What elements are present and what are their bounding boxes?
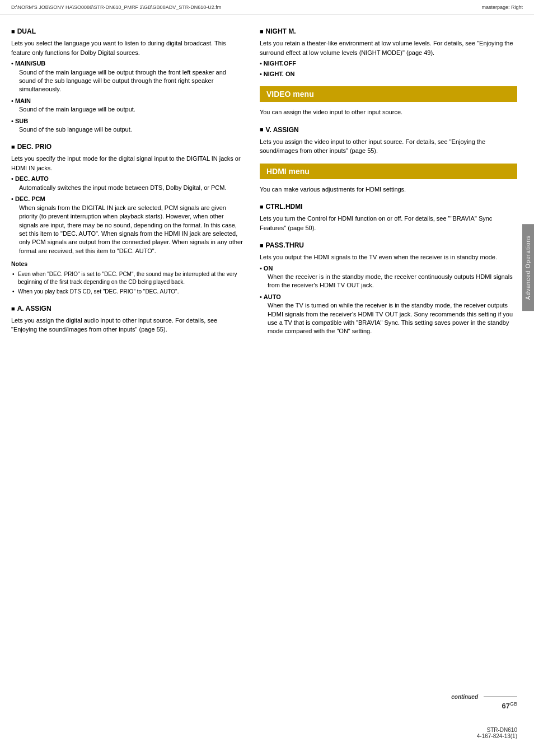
- dual-body: Lets you select the language you want to…: [11, 39, 243, 57]
- dec-pcm-desc: When signals from the DIGITAL IN jack ar…: [19, 204, 243, 255]
- sidebar-label: Advanced Operations: [525, 235, 531, 300]
- hdmi-menu-banner: HDMI menu: [260, 164, 517, 179]
- dec-auto-bullet: • DEC. AUTO Automatically switches the i…: [11, 174, 243, 192]
- pass-thru-title: PASS.THRU: [260, 240, 517, 250]
- dec-pcm-bullet: • DEC. PCM When signals from the DIGITAL…: [11, 194, 243, 255]
- page-number: 67GB: [451, 701, 517, 710]
- catalog-number: 4-167-824-13(1): [451, 733, 517, 739]
- left-column: DUAL Lets you select the language you wa…: [11, 26, 254, 344]
- hdmi-menu-intro: You can make various adjustments for HDM…: [260, 185, 517, 194]
- dec-auto-label: • DEC. AUTO: [11, 175, 49, 182]
- video-menu-banner: VIDEO menu: [260, 86, 517, 102]
- dual-section: DUAL Lets you select the language you wa…: [11, 26, 243, 134]
- header-right: masterpage: Right: [481, 4, 523, 10]
- header-left: D:\NORM'S JOB\SONY HA\SO0086\STR-DN610_P…: [11, 4, 221, 10]
- pass-thru-on-bullet: • ON When the receiver is in the standby…: [260, 264, 517, 290]
- pass-thru-auto-desc: When the TV is turned on while the recei…: [268, 301, 517, 336]
- v-assign-body: Lets you assign the video input to other…: [260, 137, 517, 156]
- dual-bullet-sub-desc: Sound of the sub language will be output…: [19, 125, 243, 134]
- right-column: NIGHT M. Lets you retain a theater-like …: [254, 26, 517, 344]
- night-m-section: NIGHT M. Lets you retain a theater-like …: [260, 26, 517, 78]
- v-assign-title: V. ASSIGN: [260, 125, 517, 135]
- product-code: STR-DN610: [451, 727, 517, 733]
- page-content: DUAL Lets you select the language you wa…: [0, 15, 534, 355]
- note-item-2: When you play back DTS CD, set "DEC. PRI…: [11, 288, 243, 296]
- dual-bullet-sub: • SUB Sound of the sub language will be …: [11, 116, 243, 134]
- dual-bullet-sub-label: • SUB: [11, 118, 28, 124]
- video-menu-intro: You can assign the video input to other …: [260, 108, 517, 117]
- notes-title: Notes: [11, 260, 243, 269]
- ctrl-hdmi-section: CTRL.HDMI Lets you turn the Control for …: [260, 202, 517, 232]
- dual-bullet-main-desc: Sound of the main language will be outpu…: [19, 105, 243, 114]
- page-header: D:\NORM'S JOB\SONY HA\SO0086\STR-DN610_P…: [0, 0, 534, 15]
- note-item-1: Even when "DEC. PRIO" is set to "DEC. PC…: [11, 270, 243, 286]
- sidebar-tab: Advanced Operations: [522, 224, 534, 311]
- night-m-body: Lets you retain a theater-like environme…: [260, 39, 517, 57]
- dec-prio-body: Lets you specify the input mode for the …: [11, 154, 243, 172]
- night-on-bullet: • NIGHT. ON: [260, 69, 517, 79]
- pass-thru-section: PASS.THRU Lets you output the HDMI signa…: [260, 240, 517, 336]
- dual-bullet-main-sub-label: • MAIN/SUB: [11, 60, 45, 67]
- night-off-label: • NIGHT.OFF: [260, 60, 296, 67]
- pass-thru-body: Lets you output the HDMI signals to the …: [260, 253, 517, 262]
- ctrl-hdmi-title: CTRL.HDMI: [260, 202, 517, 212]
- dual-bullet-main-sub-desc: Sound of the main language will be outpu…: [19, 68, 243, 94]
- ctrl-hdmi-body: Lets you turn the Control for HDMI funct…: [260, 214, 517, 232]
- page-footer: continued 67GB STR-DN610 4-167-824-13(1): [451, 694, 517, 739]
- dual-title: DUAL: [11, 26, 243, 36]
- continued-label: continued: [451, 694, 517, 700]
- notes-section: Notes Even when "DEC. PRIO" is set to "D…: [11, 260, 243, 296]
- dec-auto-desc: Automatically switches the input mode be…: [19, 184, 243, 192]
- pass-thru-on-desc: When the receiver is in the standby mode…: [268, 273, 517, 290]
- dual-bullet-main: • MAIN Sound of the main language will b…: [11, 96, 243, 114]
- dual-bullet-main-sub: • MAIN/SUB Sound of the main language wi…: [11, 59, 243, 94]
- dec-prio-section: DEC. PRIO Lets you specify the input mod…: [11, 142, 243, 295]
- pass-thru-auto-label: • AUTO: [260, 293, 281, 300]
- v-assign-section: V. ASSIGN Lets you assign the video inpu…: [260, 125, 517, 156]
- night-m-title: NIGHT M.: [260, 26, 517, 36]
- hdmi-menu-intro-text: You can make various adjustments for HDM…: [260, 185, 517, 194]
- pass-thru-auto-bullet: • AUTO When the TV is turned on while th…: [260, 292, 517, 336]
- notes-list: Even when "DEC. PRIO" is set to "DEC. PC…: [11, 270, 243, 296]
- a-assign-title: A. ASSIGN: [11, 304, 243, 314]
- product-info: STR-DN610 4-167-824-13(1): [451, 727, 517, 739]
- a-assign-section: A. ASSIGN Lets you assign the digital au…: [11, 304, 243, 334]
- dec-pcm-label: • DEC. PCM: [11, 195, 45, 202]
- video-menu-intro-text: You can assign the video input to other …: [260, 108, 517, 117]
- night-on-label: • NIGHT. ON: [260, 71, 295, 77]
- dual-bullet-main-label: • MAIN: [11, 97, 31, 104]
- night-off-bullet: • NIGHT.OFF: [260, 59, 517, 68]
- dec-prio-title: DEC. PRIO: [11, 142, 243, 152]
- a-assign-body: Lets you assign the digital audio input …: [11, 316, 243, 334]
- pass-thru-on-label: • ON: [260, 265, 273, 272]
